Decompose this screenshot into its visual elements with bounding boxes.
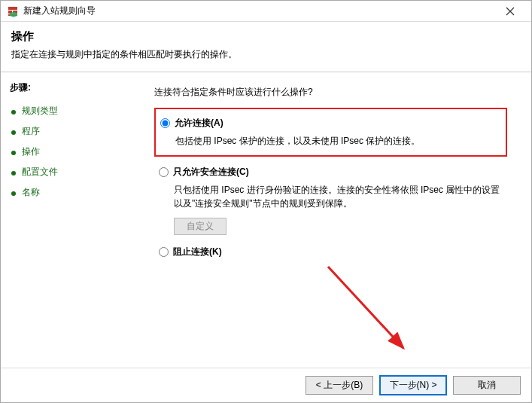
radio-allow-desc: 包括使用 IPsec 保护的连接，以及未使用 IPsec 保护的连接。 [175, 134, 498, 148]
next-button[interactable]: 下一步(N) > [379, 375, 447, 395]
wizard-footer: < 上一步(B) 下一步(N) > 取消 [1, 368, 531, 402]
customize-button: 自定义 [174, 218, 226, 235]
wizard-header: 操作 指定在连接与规则中指定的条件相匹配时要执行的操作。 [1, 22, 531, 72]
bullet-icon [10, 108, 17, 115]
page-subtitle: 指定在连接与规则中指定的条件相匹配时要执行的操作。 [11, 48, 521, 61]
radio-secure-label: 只允许安全连接(C) [173, 166, 249, 179]
svg-point-3 [11, 171, 16, 176]
option-secure: 只允许安全连接(C) 只包括使用 IPsec 进行身份验证的连接。连接的安全性将… [154, 166, 507, 235]
svg-point-1 [11, 130, 16, 135]
cancel-button[interactable]: 取消 [453, 376, 521, 395]
content-area: 步骤: 规则类型 程序 操作 配置文件 名称 连接符合指定条件时应该进行什么操作… [1, 72, 531, 370]
step-program[interactable]: 程序 [10, 122, 135, 141]
step-rule-type[interactable]: 规则类型 [10, 102, 135, 121]
firewall-icon [7, 5, 19, 17]
steps-label: 步骤: [10, 81, 135, 94]
step-label: 配置文件 [22, 166, 58, 179]
back-button[interactable]: < 上一步(B) [306, 376, 373, 395]
close-icon [506, 7, 515, 16]
step-label: 规则类型 [22, 105, 58, 118]
step-label: 程序 [22, 125, 40, 138]
step-label: 操作 [22, 145, 40, 158]
option-block: 阻止连接(K) [154, 246, 507, 258]
question-text: 连接符合指定条件时应该进行什么操作? [154, 86, 507, 99]
bullet-icon [10, 128, 17, 136]
window-title: 新建入站规则向导 [23, 5, 495, 17]
titlebar: 新建入站规则向导 [1, 1, 531, 22]
radio-allow-label: 允许连接(A) [175, 117, 223, 130]
radio-allow-input[interactable] [160, 118, 170, 128]
radio-secure[interactable]: 只允许安全连接(C) [159, 166, 507, 179]
close-button[interactable] [495, 2, 525, 21]
svg-point-4 [11, 191, 16, 196]
step-profile[interactable]: 配置文件 [10, 163, 135, 182]
bullet-icon [10, 189, 17, 197]
step-label: 名称 [22, 186, 40, 199]
bullet-icon [10, 148, 17, 156]
bullet-icon [10, 169, 17, 176]
highlight-allow: 允许连接(A) 包括使用 IPsec 保护的连接，以及未使用 IPsec 保护的… [154, 108, 507, 157]
radio-secure-desc: 只包括使用 IPsec 进行身份验证的连接。连接的安全性将依照 IPsec 属性… [174, 183, 507, 210]
radio-block-label: 阻止连接(K) [173, 246, 222, 258]
svg-point-0 [11, 110, 16, 114]
radio-allow[interactable]: 允许连接(A) [160, 117, 498, 130]
svg-point-2 [11, 151, 16, 155]
radio-secure-input[interactable] [159, 167, 169, 177]
steps-sidebar: 步骤: 规则类型 程序 操作 配置文件 名称 [1, 72, 144, 370]
page-title: 操作 [11, 29, 521, 44]
step-action[interactable]: 操作 [10, 142, 135, 161]
main-panel: 连接符合指定条件时应该进行什么操作? 允许连接(A) 包括使用 IPsec 保护… [144, 72, 531, 370]
radio-block[interactable]: 阻止连接(K) [159, 246, 507, 258]
step-name[interactable]: 名称 [10, 183, 135, 202]
radio-block-input[interactable] [159, 247, 169, 257]
